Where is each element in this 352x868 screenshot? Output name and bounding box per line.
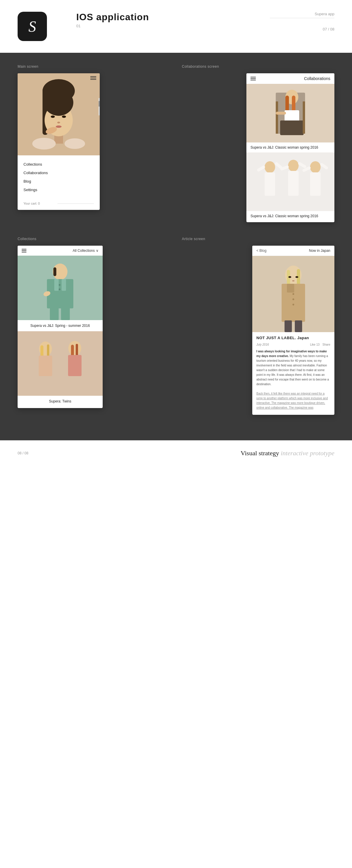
svg-point-8 — [56, 125, 62, 128]
collections-header: All Collections ∨ — [18, 246, 102, 256]
collections-dropdown[interactable]: All Collections ∨ — [73, 249, 98, 253]
article-screen-label: Article screen — [182, 237, 334, 241]
svg-rect-44 — [50, 307, 59, 320]
collab-svg-2 — [246, 152, 334, 211]
main-screen-label: Main screen — [18, 64, 170, 69]
svg-point-65 — [292, 293, 294, 295]
scroll-indicator — [98, 98, 100, 116]
title-italic: application — [93, 12, 149, 22]
article-back-button[interactable]: < Blog — [256, 249, 266, 253]
article-body-2: Back then, it felt like there was an int… — [256, 392, 328, 409]
article-name: NOT JUST A LABEL. Japan — [252, 332, 334, 342]
portrait-image — [18, 73, 100, 155]
article-body-text: My family has been running a tourism ori… — [256, 354, 329, 386]
footer-subtitle: interactive prototype — [279, 450, 334, 457]
svg-rect-39 — [47, 279, 74, 308]
header-title-area: IOS application 01 — [76, 12, 270, 28]
svg-point-60 — [288, 276, 291, 278]
footer-title: Visual strategy interactive prototype — [240, 450, 334, 457]
svg-point-43 — [59, 288, 60, 290]
nav-collaborations[interactable]: Collaborations — [24, 168, 94, 177]
collections-image-2 — [18, 331, 102, 396]
top-screens-row: Main screen — [18, 64, 334, 222]
article-date: July 2016 — [256, 343, 269, 346]
cart-label: Your cart: 0 — [24, 202, 40, 205]
svg-point-62 — [292, 280, 294, 281]
article-header-title: Now in Japan — [309, 249, 330, 253]
svg-rect-18 — [285, 110, 299, 122]
article-image — [252, 256, 334, 332]
collab-caption-2: Supera vs J&J: Classic woman spring 2016 — [246, 211, 334, 222]
svg-point-32 — [310, 161, 321, 173]
svg-rect-45 — [61, 307, 70, 320]
article-screen-mockup: < Blog Now in Japan — [252, 246, 334, 415]
article-body: I was always looking for imaginative way… — [252, 349, 334, 415]
svg-point-67 — [292, 304, 294, 306]
header-sub-number: 01 — [76, 24, 270, 28]
svg-point-28 — [288, 160, 299, 172]
header-title: IOS application — [76, 12, 270, 23]
svg-point-52 — [68, 341, 81, 355]
nav-blog[interactable]: Blog — [24, 177, 94, 186]
collab-hamburger-icon[interactable] — [251, 77, 256, 80]
header-divider — [270, 18, 334, 18]
svg-point-66 — [292, 299, 294, 300]
footer-page-number: 08 / 08 — [18, 451, 28, 455]
phone-nav: Collections Collaborations Blog Settings — [18, 155, 100, 199]
svg-rect-20 — [276, 101, 278, 134]
article-actions: Like 13 Share — [310, 343, 330, 346]
scroll-thumb — [98, 101, 100, 107]
header-right: Supera app 07 / 08 — [270, 12, 334, 31]
article-meta: July 2016 Like 13 Share — [252, 342, 334, 349]
main-dark-section: Main screen — [0, 53, 352, 440]
svg-point-61 — [295, 276, 298, 278]
hamburger-icon[interactable] — [90, 76, 96, 80]
footer: 08 / 08 Visual strategy interactive prot… — [0, 440, 352, 466]
logo-letter: S — [28, 18, 36, 35]
svg-point-11 — [64, 138, 85, 149]
header-page-number: 07 / 08 — [270, 27, 334, 31]
svg-rect-55 — [68, 355, 82, 376]
svg-point-42 — [59, 284, 60, 286]
collections-mockup: All Collections ∨ — [18, 246, 102, 408]
svg-point-7 — [57, 122, 60, 123]
collab-caption-1: Supera vs J&J: Classic woman spring 2016 — [246, 143, 334, 152]
svg-rect-21 — [303, 101, 305, 134]
svg-point-5 — [51, 116, 55, 118]
title-bold: IOS — [76, 12, 93, 22]
article-col: Article screen < Blog Now in Japan — [182, 237, 334, 423]
svg-rect-29 — [288, 171, 299, 196]
article-header: < Blog Now in Japan — [252, 246, 334, 256]
article-share[interactable]: Share — [322, 343, 330, 346]
svg-point-6 — [62, 116, 66, 118]
collaborations-screen-col: Collaborations screen Collaborations — [182, 64, 334, 222]
coll-svg-2 — [18, 331, 102, 396]
collections-image-1 — [18, 256, 102, 320]
svg-point-24 — [265, 161, 275, 173]
svg-point-9 — [44, 89, 74, 116]
svg-rect-40 — [54, 279, 59, 291]
nav-settings[interactable]: Settings — [24, 186, 94, 194]
collab-svg-1 — [246, 84, 334, 143]
svg-point-10 — [32, 138, 56, 150]
svg-rect-38 — [53, 267, 56, 276]
collab-screen-label: Collaborations screen — [182, 64, 334, 69]
svg-rect-68 — [285, 320, 292, 332]
svg-rect-51 — [39, 355, 52, 376]
bottom-screens-row: Collections All Collections ∨ — [18, 237, 334, 423]
nav-collections[interactable]: Collections — [24, 160, 94, 168]
collab-screen-mockup: Collaborations — [246, 73, 334, 222]
collections-hamburger-icon[interactable] — [22, 249, 26, 252]
svg-rect-41 — [62, 279, 66, 291]
article-like[interactable]: Like 13 — [310, 343, 319, 346]
cart-line — [58, 204, 94, 204]
article-svg — [252, 256, 334, 332]
app-logo: S — [18, 12, 47, 41]
main-screen-col: Main screen — [18, 64, 170, 222]
collab-header: Collaborations — [246, 73, 334, 84]
portrait-svg — [18, 73, 100, 155]
svg-rect-19 — [280, 121, 303, 135]
collections-caption-2: Supera: Twins — [18, 396, 102, 408]
svg-rect-47 — [18, 331, 102, 396]
footer-title-text: Visual strategy — [240, 450, 279, 457]
